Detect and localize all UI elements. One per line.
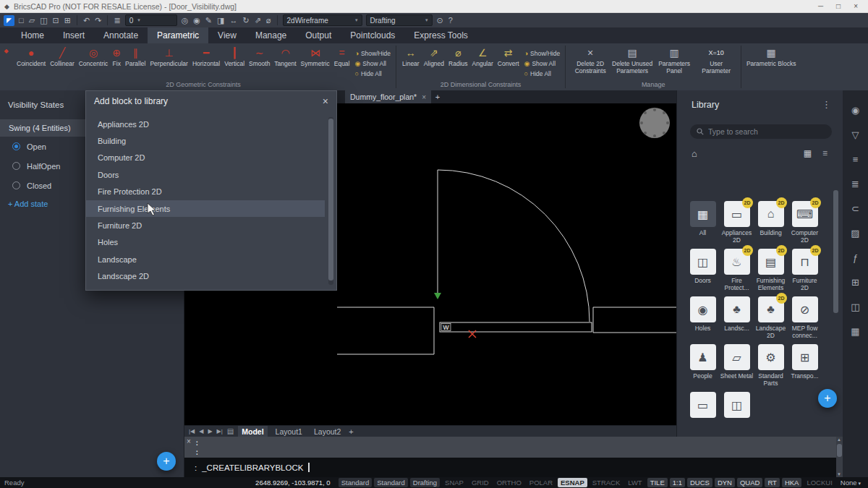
ribbon-overflow-icon[interactable]: ◆ — [1, 43, 11, 90]
constraint-button[interactable]: ━ Horizontal — [190, 45, 222, 67]
library-item[interactable]: ⊓ 2D Furniture 2D — [788, 249, 822, 296]
rotate-icon[interactable]: ↻ — [242, 14, 250, 27]
constraint-button[interactable]: ⊕ Fix — [110, 45, 123, 67]
nav-last-icon[interactable]: ▶| — [217, 428, 223, 435]
library-item[interactable]: ⊘ MEP flow connec... — [788, 296, 822, 344]
toggle-button[interactable]: ○ Hide All — [355, 69, 391, 78]
toggle-button[interactable]: ◉ Show All — [355, 59, 391, 68]
category-list-item[interactable]: Furniture 2D — [86, 217, 325, 234]
workspace-dropdown[interactable]: Drafting ▾ — [366, 14, 433, 26]
nav-first-icon[interactable]: |◀ — [189, 428, 195, 435]
help-icon[interactable]: ? — [448, 14, 454, 27]
status-toggle[interactable]: None — [838, 478, 864, 488]
coordinates-readout[interactable]: 2648.9269, -103.9871, 0 — [255, 479, 331, 487]
visibility-icon[interactable]: ◉ — [192, 14, 201, 27]
constraint-button[interactable]: ∥ Parallel — [123, 45, 148, 67]
comments-icon[interactable]: ◫ — [843, 294, 868, 319]
constraint-button[interactable]: ⊥ Perpendicular — [148, 45, 190, 67]
library-scrollbar[interactable] — [833, 103, 838, 421]
status-toggle[interactable]: 1:1 — [670, 478, 685, 487]
status-toggle[interactable]: ESNAP — [558, 478, 587, 487]
manage-button[interactable]: ▥ Parameters Panel — [653, 45, 695, 74]
library-item[interactable]: ♟ People — [686, 344, 720, 392]
scrollbar-thumb[interactable] — [328, 119, 333, 281]
manage-button[interactable]: × Delete 2D Constraints — [569, 45, 611, 74]
wall-left[interactable] — [337, 307, 434, 354]
dimension-constraint-button[interactable]: ⇄ Convert — [495, 45, 522, 67]
toggle-button[interactable]: ◉ Show All — [524, 59, 561, 68]
status-toggle[interactable]: GRID — [469, 478, 492, 487]
ribbon-tab[interactable]: Home — [12, 27, 54, 43]
category-list-item[interactable]: Holes — [86, 234, 325, 251]
constraint-button[interactable]: ⋈ Symmetric — [299, 45, 332, 67]
preview-icon[interactable]: ⊞ — [64, 14, 72, 27]
scrollbar-thumb[interactable] — [833, 190, 838, 313]
layer-dropdown[interactable]: 0 ▾ — [125, 14, 177, 26]
add-state-button[interactable]: + Add state — [8, 200, 48, 208]
ribbon-tab[interactable]: Annotate — [94, 27, 148, 43]
category-list-item[interactable]: Furnishing Elements — [86, 200, 325, 217]
attachment-icon[interactable]: ⊂ — [843, 196, 868, 221]
dimension-constraint-button[interactable]: ∠ Angular — [470, 45, 495, 67]
search-input[interactable] — [708, 127, 817, 136]
library-item[interactable]: ⚙ Standard Parts — [754, 344, 788, 392]
library-item[interactable]: ▭ — [686, 392, 720, 437]
dialog-header[interactable]: Add block to library × — [86, 91, 336, 111]
close-icon[interactable]: × — [422, 93, 426, 101]
category-list-item[interactable]: Doors — [86, 166, 325, 183]
toggle-button[interactable]: ◑ Show/Hide — [524, 48, 561, 58]
ribbon-tab[interactable]: View — [208, 27, 246, 43]
status-toggle[interactable]: ORTHO — [494, 478, 524, 487]
light-icon[interactable]: ◉ — [843, 98, 868, 122]
library-item[interactable]: ♣ Landsc... — [720, 296, 754, 344]
dimension-constraint-button[interactable]: ⌀ Radius — [446, 45, 469, 67]
undo-icon[interactable]: ↶ — [82, 14, 90, 27]
status-toggle[interactable]: Standard — [374, 478, 408, 487]
status-toggle[interactable]: TILE — [647, 478, 668, 487]
constraint-button[interactable]: = Equal — [332, 45, 352, 67]
toggle-button[interactable]: ◑ Show/Hide — [355, 48, 391, 58]
layout-tab[interactable]: Model — [238, 426, 267, 437]
pin-icon[interactable]: ⊙ — [436, 14, 444, 27]
library-item[interactable]: ▭ 2D Appliances 2D — [720, 201, 754, 249]
close-icon[interactable]: × — [323, 95, 328, 107]
constraint-button[interactable]: ┃ Vertical — [222, 45, 247, 67]
command-input[interactable]: : _CREATELIBRARYBLOCK — [184, 458, 843, 477]
wall-right[interactable] — [593, 307, 676, 333]
print-icon[interactable]: ⊡ — [52, 14, 60, 27]
door-swing-arc[interactable] — [438, 170, 590, 322]
add-library-block-button[interactable]: + — [818, 389, 837, 408]
fx-icon[interactable]: ƒ — [843, 245, 868, 270]
filter-icon[interactable]: ▽ — [843, 122, 868, 147]
toggle-button[interactable]: ○ Hide All — [524, 69, 561, 78]
dimension-constraint-button[interactable]: ↔ Linear — [400, 45, 422, 67]
library-item[interactable]: ⊞ Transpo... — [788, 344, 822, 392]
layout-tab[interactable]: Layout2 — [310, 426, 344, 437]
nav-prev-icon[interactable]: ◀ — [199, 428, 203, 435]
explore-icon[interactable]: ◎ — [181, 14, 190, 27]
save-icon[interactable]: ◫ — [39, 14, 48, 27]
ribbon-tab[interactable]: Manage — [246, 27, 296, 43]
structure-icon[interactable]: ⊞ — [843, 270, 868, 294]
library-item[interactable]: ⌨ 2D Computer 2D — [788, 201, 822, 249]
status-toggle[interactable]: RT — [765, 478, 780, 487]
status-toggle[interactable]: SNAP — [442, 478, 467, 487]
ribbon-tab[interactable]: Output — [296, 27, 341, 43]
ribbon-tab[interactable]: Parametric — [148, 27, 208, 43]
category-list-item[interactable]: Landscape — [86, 251, 325, 267]
category-list-item[interactable]: Building — [86, 132, 325, 149]
add-layout-button[interactable]: + — [349, 427, 353, 436]
status-toggle[interactable]: QUAD — [737, 478, 762, 487]
library-item[interactable]: ▱ Sheet Metal — [720, 344, 754, 392]
constraint-button[interactable]: ∼ Smooth — [247, 45, 272, 67]
status-toggle[interactable]: DYN — [715, 478, 735, 487]
sliders-icon[interactable]: ≡ — [843, 147, 868, 171]
bricscad-logo-icon[interactable]: ◤ — [4, 15, 14, 26]
dimension-constraint-button[interactable]: ⇗ Aligned — [422, 45, 446, 67]
move-icon[interactable]: ↔ — [229, 14, 238, 27]
status-toggle[interactable]: DUCS — [687, 478, 712, 487]
library-item[interactable]: ⌂ 2D Building — [754, 201, 788, 249]
library-item[interactable]: ◫ Doors — [686, 249, 720, 296]
document-tab[interactable]: Dummy_floor_plan* × — [345, 90, 431, 103]
scrollbar-thumb[interactable] — [837, 444, 842, 457]
